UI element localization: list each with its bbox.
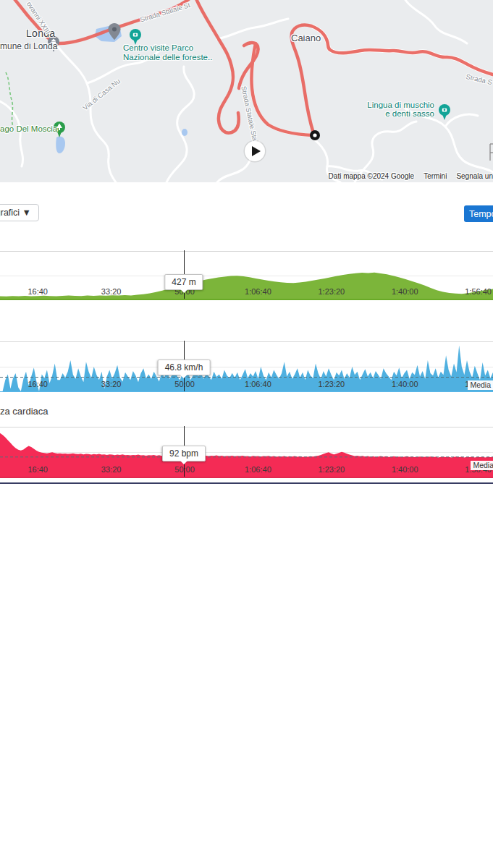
chart-tooltip: 92 bpm: [162, 446, 206, 461]
x-axis-tick: 1:23:20: [318, 380, 345, 388]
x-axis-tick: 33:20: [101, 287, 122, 296]
report-error-link[interactable]: Segnala un: [456, 172, 493, 180]
x-axis-tick: 16:40: [28, 287, 48, 296]
section-divider: [0, 482, 493, 484]
x-axis-tick: 1:40:00: [392, 287, 418, 296]
map-label-caiano: Caiano: [291, 33, 321, 43]
x-axis-tick: 1:06:40: [245, 380, 271, 388]
x-axis-tick: 1:40:00: [392, 380, 418, 388]
map-label-centro-1: Centro visite Parco: [123, 43, 193, 53]
x-axis-tick: 33:20: [101, 465, 122, 474]
map-data-credit: Dati mappa ©2024 Google: [329, 172, 415, 180]
chart-tooltip: 427 m: [164, 274, 203, 290]
route-map[interactable]: Londa mune di Londa Caiano Centro visite…: [0, 0, 493, 182]
map-pond: [56, 136, 65, 153]
map-label-lingua-1: Lingua di muschio: [366, 101, 434, 110]
media-label: Media: [471, 461, 493, 470]
x-axis-tick: 1:56:40: [465, 287, 492, 296]
map-label-comune: mune di Londa: [0, 41, 57, 51]
heart-rate-heading: za cardiaca: [0, 406, 48, 417]
map-label-lago: ago Del Moscia: [0, 124, 57, 133]
x-axis-tick: 1:23:20: [318, 465, 345, 474]
map-attribution: Dati mappa ©2024 Google Termini Segnala …: [329, 172, 493, 180]
chart-tooltip: 46.8 km/h: [158, 359, 211, 375]
elevation-chart[interactable]: 16:4033:2050:001:06:401:23:201:40:001:56…: [0, 251, 493, 300]
visitor-center-pin[interactable]: [130, 29, 141, 45]
map-label-lingua-2: e denti sasso: [366, 109, 434, 119]
moss-poi-pin[interactable]: [439, 104, 450, 120]
position-marker[interactable]: [310, 130, 320, 140]
x-axis-tick: 1:40:00: [392, 465, 418, 474]
charts-dropdown-button[interactable]: o grafici ▼: [0, 204, 39, 221]
activity-page: Londa mune di Londa Caiano Centro visite…: [0, 0, 493, 868]
x-axis-tick: 50:00: [174, 465, 195, 474]
terms-link[interactable]: Termini: [424, 172, 447, 180]
map-trail: [6, 72, 13, 127]
map-label-centro-2: Nazionale delle foreste..: [123, 53, 212, 62]
speed-chart[interactable]: 16:4033:2050:001:06:401:23:201:40:001:56…: [0, 341, 493, 392]
x-axis-tick: 1:23:20: [318, 287, 345, 296]
x-axis-tick: 50:00: [174, 380, 195, 388]
x-axis-tick: 16:40: [28, 380, 48, 388]
time-axis-button[interactable]: Tempo: [464, 205, 493, 222]
x-axis-tick: 1:06:40: [245, 465, 271, 474]
map-scale-control: [490, 144, 493, 161]
map-pond-small: [182, 129, 187, 136]
x-axis-tick: 16:40: [28, 465, 48, 474]
media-label: Media: [468, 380, 493, 390]
x-axis-tick: 1:06:40: [245, 287, 271, 296]
x-axis-tick: 33:20: [101, 380, 122, 388]
heart-rate-chart[interactable]: 16:4033:2050:001:06:401:23:201:40:001:56…: [0, 427, 493, 478]
play-button[interactable]: [244, 140, 266, 163]
